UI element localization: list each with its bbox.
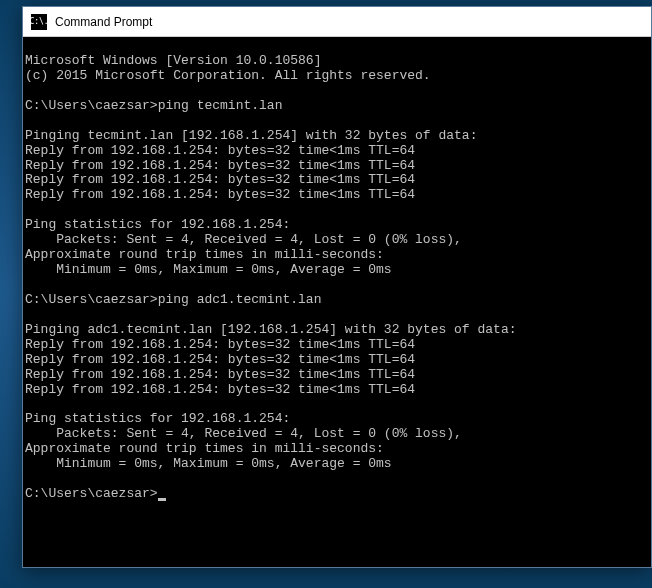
os-version-line: Microsoft Windows [Version 10.0.10586] — [25, 53, 321, 68]
ping-reply: Reply from 192.168.1.254: bytes=32 time<… — [25, 172, 415, 187]
cmd-icon: C:\. — [31, 14, 47, 30]
prompt-line-3[interactable]: C:\Users\caezsar> — [25, 486, 166, 501]
ping-header: Pinging tecmint.lan [192.168.1.254] with… — [25, 128, 477, 143]
terminal-output[interactable]: Microsoft Windows [Version 10.0.10586] (… — [23, 37, 651, 567]
titlebar[interactable]: C:\. Command Prompt — [23, 7, 651, 37]
ping-stats-packets: Packets: Sent = 4, Received = 4, Lost = … — [25, 426, 462, 441]
copyright-line: (c) 2015 Microsoft Corporation. All righ… — [25, 68, 431, 83]
ping-reply: Reply from 192.168.1.254: bytes=32 time<… — [25, 143, 415, 158]
prompt-line-2: C:\Users\caezsar>ping adc1.tecmint.lan — [25, 292, 321, 307]
ping-reply: Reply from 192.168.1.254: bytes=32 time<… — [25, 352, 415, 367]
prompt-line-1: C:\Users\caezsar>ping tecmint.lan — [25, 98, 282, 113]
ping-stats-header: Ping statistics for 192.168.1.254: — [25, 217, 290, 232]
ping-reply: Reply from 192.168.1.254: bytes=32 time<… — [25, 187, 415, 202]
cursor — [158, 498, 166, 501]
ping-reply: Reply from 192.168.1.254: bytes=32 time<… — [25, 337, 415, 352]
command-text: ping adc1.tecmint.lan — [158, 292, 322, 307]
window-title: Command Prompt — [55, 15, 152, 29]
ping-reply: Reply from 192.168.1.254: bytes=32 time<… — [25, 158, 415, 173]
ping-rtt-values: Minimum = 0ms, Maximum = 0ms, Average = … — [25, 262, 392, 277]
ping-stats-header: Ping statistics for 192.168.1.254: — [25, 411, 290, 426]
ping-rtt-values: Minimum = 0ms, Maximum = 0ms, Average = … — [25, 456, 392, 471]
ping-rtt-header: Approximate round trip times in milli-se… — [25, 441, 384, 456]
prompt-path: C:\Users\caezsar> — [25, 486, 158, 501]
ping-reply: Reply from 192.168.1.254: bytes=32 time<… — [25, 382, 415, 397]
command-prompt-window: C:\. Command Prompt Microsoft Windows [V… — [22, 6, 652, 568]
ping-rtt-header: Approximate round trip times in milli-se… — [25, 247, 384, 262]
ping-header: Pinging adc1.tecmint.lan [192.168.1.254]… — [25, 322, 516, 337]
prompt-path: C:\Users\caezsar> — [25, 98, 158, 113]
command-text: ping tecmint.lan — [158, 98, 283, 113]
ping-reply: Reply from 192.168.1.254: bytes=32 time<… — [25, 367, 415, 382]
prompt-path: C:\Users\caezsar> — [25, 292, 158, 307]
ping-stats-packets: Packets: Sent = 4, Received = 4, Lost = … — [25, 232, 462, 247]
